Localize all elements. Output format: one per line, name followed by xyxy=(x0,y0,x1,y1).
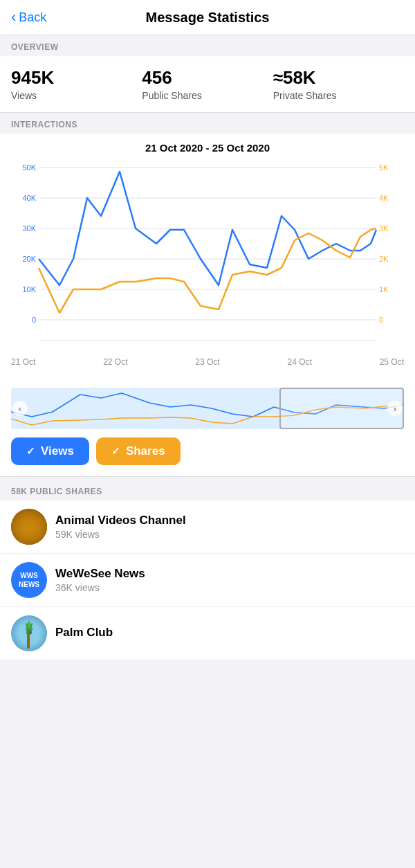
svg-text:0: 0 xyxy=(32,316,36,324)
mini-chart[interactable]: ‹ › xyxy=(11,388,404,429)
channel-views: 59K views xyxy=(55,529,404,540)
shares-check-icon: ✓ xyxy=(111,445,120,458)
interactions-section-header: INTERACTIONS xyxy=(0,113,415,134)
svg-text:50K: 50K xyxy=(22,163,36,172)
back-chevron-icon: ‹ xyxy=(11,10,16,25)
channel-views: 36K views xyxy=(55,582,404,593)
chart-title: 21 Oct 2020 - 25 Oct 2020 xyxy=(11,142,404,154)
x-axis-labels: 21 Oct 22 Oct 23 Oct 24 Oct 25 Oct xyxy=(11,354,404,367)
list-item[interactable]: WWSNEWS WeWeSee News 36K views xyxy=(0,554,415,607)
shares-toggle-button[interactable]: ✓ Shares xyxy=(96,437,181,465)
svg-text:40K: 40K xyxy=(22,194,36,202)
svg-point-25 xyxy=(28,621,30,629)
channel-info: Palm Club xyxy=(55,626,404,641)
x-label-23oct: 23 Oct xyxy=(195,357,219,367)
interactions-block: 21 Oct 2020 - 25 Oct 2020 50K 40K 30K 20… xyxy=(0,134,415,477)
svg-text:20K: 20K xyxy=(22,255,36,263)
svg-text:30K: 30K xyxy=(22,224,36,233)
views-toggle-button[interactable]: ✓ Views xyxy=(11,437,89,465)
stat-public-shares-label: Public Shares xyxy=(142,90,273,101)
svg-text:1K: 1K xyxy=(379,285,389,293)
stat-private-shares-value: ≈58K xyxy=(273,67,404,89)
overview-section-header: OVERVIEW xyxy=(0,35,415,56)
back-label: Back xyxy=(19,10,46,25)
svg-text:0: 0 xyxy=(379,316,383,324)
stat-views-label: Views xyxy=(11,90,142,101)
views-check-icon: ✓ xyxy=(26,445,35,458)
lion-icon xyxy=(11,509,47,545)
list-item[interactable]: Animal Videos Channel 59K views xyxy=(0,500,415,554)
back-button[interactable]: ‹ Back xyxy=(11,10,46,25)
stat-views: 945K Views xyxy=(11,67,142,101)
overview-block: 945K Views 456 Public Shares ≈58K Privat… xyxy=(0,56,415,113)
views-toggle-label: Views xyxy=(41,444,74,458)
x-label-25oct: 25 Oct xyxy=(380,357,404,367)
palm-icon xyxy=(17,617,42,649)
channel-name: Palm Club xyxy=(55,626,404,640)
channel-name: Animal Videos Channel xyxy=(55,514,404,527)
list-item[interactable]: Palm Club xyxy=(0,607,415,660)
x-label-24oct: 24 Oct xyxy=(287,357,311,367)
page-title: Message Statistics xyxy=(146,10,270,26)
stat-public-shares: 456 Public Shares xyxy=(142,67,273,101)
avatar xyxy=(11,509,47,545)
header: ‹ Back Message Statistics xyxy=(0,0,415,35)
avatar xyxy=(11,615,47,651)
x-label-22oct: 22 Oct xyxy=(103,357,127,367)
svg-text:5K: 5K xyxy=(379,163,389,172)
mini-nav-right-button[interactable]: › xyxy=(387,401,403,416)
x-label-21oct: 21 Oct xyxy=(11,357,35,367)
svg-text:3K: 3K xyxy=(379,224,389,233)
channel-info: Animal Videos Channel 59K views xyxy=(55,514,404,540)
stat-public-shares-value: 456 xyxy=(142,67,273,89)
svg-text:10K: 10K xyxy=(22,285,36,293)
stat-private-shares-label: Private Shares xyxy=(273,90,404,101)
shares-toggle-label: Shares xyxy=(126,444,165,458)
mini-nav-left-button[interactable]: ‹ xyxy=(12,401,28,416)
main-chart-svg: 50K 40K 30K 20K 10K 0 5K 4K 3K 2K 1K 0 xyxy=(11,161,404,354)
svg-text:2K: 2K xyxy=(379,255,389,263)
stat-private-shares: ≈58K Private Shares xyxy=(273,67,404,101)
avatar: WWSNEWS xyxy=(11,562,47,598)
svg-text:4K: 4K xyxy=(379,194,389,202)
channel-list: Animal Videos Channel 59K views WWSNEWS … xyxy=(0,500,415,660)
channel-info: WeWeSee News 36K views xyxy=(55,567,404,593)
channel-name: WeWeSee News xyxy=(55,567,404,581)
mini-chart-selection xyxy=(279,388,404,429)
stat-views-value: 945K xyxy=(11,67,142,89)
toggle-buttons: ✓ Views ✓ Shares xyxy=(11,437,404,465)
public-shares-section-header: 58K PUBLIC SHARES xyxy=(0,477,415,500)
main-chart-area: 50K 40K 30K 20K 10K 0 5K 4K 3K 2K 1K 0 2… xyxy=(11,161,404,382)
